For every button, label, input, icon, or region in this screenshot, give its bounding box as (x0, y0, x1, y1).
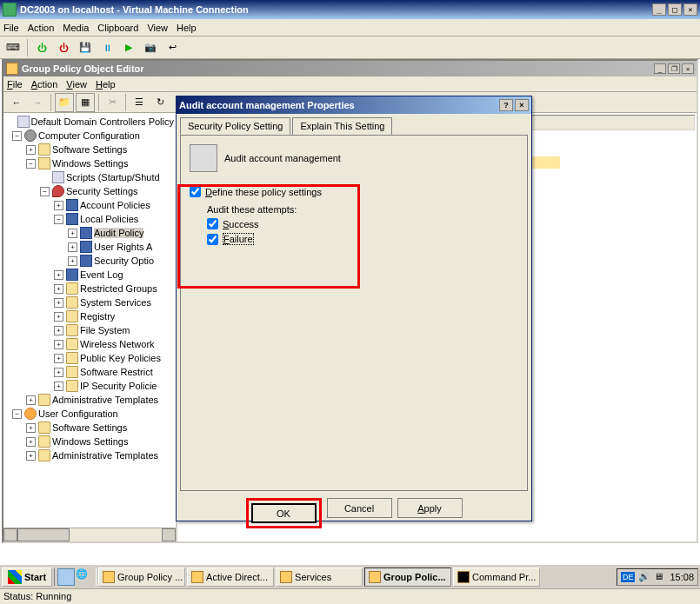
tree-pkp[interactable]: Public Key Policies (80, 353, 161, 363)
tree-cc[interactable]: Computer Configuration (38, 130, 140, 141)
expand-icon[interactable]: + (26, 451, 36, 461)
close-button[interactable]: × (683, 3, 697, 16)
tree-at[interactable]: Administrative Templates (52, 395, 158, 405)
forward-icon[interactable]: → (28, 93, 47, 112)
expand-icon[interactable]: + (54, 298, 63, 308)
up-icon[interactable]: 📁 (55, 93, 74, 112)
tree-ss2[interactable]: Software Settings (52, 422, 127, 433)
language-indicator[interactable]: DE (621, 572, 636, 582)
expand-icon[interactable]: + (54, 201, 63, 210)
snapshot-icon[interactable]: 📷 (141, 38, 160, 57)
power-icon[interactable]: ⏻ (32, 38, 51, 57)
tab-explain[interactable]: Explain This Setting (292, 117, 392, 135)
minimize-button[interactable]: _ (652, 3, 666, 16)
pause-icon[interactable]: ⏸ (97, 38, 117, 57)
expand-icon[interactable]: + (54, 284, 63, 294)
expand-icon[interactable]: + (54, 312, 63, 322)
tree-uc[interactable]: User Configuration (38, 408, 118, 419)
expand-icon[interactable]: + (68, 256, 77, 266)
tree-ss[interactable]: Software Settings (52, 144, 127, 155)
expand-icon[interactable]: + (68, 242, 77, 252)
tab-security-policy[interactable]: Security Policy Setting (180, 117, 290, 135)
expand-icon[interactable]: + (54, 340, 63, 349)
tree-ap[interactable]: Account Policies (80, 200, 150, 210)
clock[interactable]: 15:08 (670, 572, 694, 582)
expand-icon[interactable]: + (68, 229, 77, 238)
gpo-close[interactable]: × (682, 63, 694, 74)
tree-scrollbar[interactable] (3, 528, 176, 541)
expand-icon[interactable]: + (54, 326, 63, 335)
gpo-menu-action[interactable]: Action (31, 79, 58, 90)
expand-icon[interactable]: + (26, 395, 36, 405)
expand-icon[interactable]: + (54, 368, 63, 377)
start-button[interactable]: Start (2, 567, 52, 587)
properties-icon[interactable]: ☰ (130, 93, 149, 112)
ok-button[interactable]: OK (251, 503, 317, 523)
task-active-directory[interactable]: Active Direct... (187, 567, 274, 587)
expand-icon[interactable]: − (26, 159, 36, 169)
expand-icon[interactable]: + (54, 354, 63, 363)
expand-icon[interactable]: + (26, 145, 36, 155)
tree-ipsec[interactable]: IP Security Policie (80, 381, 157, 391)
tree-fs[interactable]: File System (80, 325, 130, 335)
menu-file[interactable]: File (3, 23, 19, 33)
cancel-button[interactable]: Cancel (327, 498, 392, 518)
ctrl-alt-del-icon[interactable]: ⌨ (3, 38, 23, 57)
expand-icon[interactable]: + (54, 270, 63, 280)
expand-icon[interactable]: + (26, 423, 36, 433)
gpo-minimize[interactable]: _ (654, 63, 666, 74)
gpo-maximize[interactable]: ❐ (668, 63, 680, 74)
apply-button[interactable]: Apply (397, 498, 463, 518)
expand-icon[interactable]: − (12, 131, 22, 141)
tree-rg[interactable]: Restricted Groups (80, 283, 157, 294)
revert-icon[interactable]: ↩ (163, 38, 182, 57)
menu-media[interactable]: Media (63, 23, 89, 33)
expand-icon[interactable]: + (26, 437, 36, 447)
gpo-menu-file[interactable]: File (7, 79, 23, 90)
help-button[interactable]: ? (499, 99, 513, 111)
menu-help[interactable]: Help (177, 23, 197, 33)
dialog-close-button[interactable]: × (515, 99, 529, 111)
task-command-prompt[interactable]: Command Pr... (453, 567, 540, 587)
menu-clipboard[interactable]: Clipboard (97, 23, 138, 33)
tree-sys[interactable]: System Services (80, 297, 151, 308)
tree-el[interactable]: Event Log (80, 269, 123, 280)
task-group-policy-1[interactable]: Group Policy ... (98, 567, 185, 587)
task-group-policy-2[interactable]: Group Polic... (364, 567, 451, 587)
play-icon[interactable]: ▶ (119, 38, 138, 57)
tree-ws2[interactable]: Windows Settings (52, 436, 128, 447)
tray-icon-2[interactable]: 🖥 (654, 571, 666, 583)
tree-at2[interactable]: Administrative Templates (52, 450, 158, 461)
gpo-menu-help[interactable]: Help (96, 79, 116, 90)
tree-reg[interactable]: Registry (80, 311, 115, 322)
tree-panel[interactable]: Default Domain Controllers Policy −Compu… (3, 113, 177, 541)
tree-lp[interactable]: Local Policies (80, 214, 138, 224)
shutdown-icon[interactable]: ⏻ (54, 38, 73, 57)
tree-audit[interactable]: Audit Policy (94, 228, 143, 238)
show-desktop-icon[interactable] (57, 568, 75, 586)
tree-ura[interactable]: User Rights A (94, 242, 152, 252)
ie-icon[interactable]: 🌐 (76, 568, 93, 586)
tree-ws[interactable]: Windows Settings (52, 158, 128, 169)
expand-icon[interactable]: − (54, 215, 63, 224)
tree-wn[interactable]: Wireless Network (80, 339, 155, 349)
back-icon[interactable]: ← (7, 93, 26, 112)
tree-sr[interactable]: Software Restrict (80, 367, 153, 377)
maximize-button[interactable]: □ (668, 3, 682, 16)
task-services[interactable]: Services (276, 567, 363, 587)
gpo-menu-view[interactable]: View (66, 79, 87, 90)
tray-icon-1[interactable]: 🔊 (638, 571, 650, 583)
tree-root[interactable]: Default Domain Controllers Policy (31, 116, 174, 127)
tree-sec[interactable]: Security Settings (66, 186, 138, 196)
save-icon[interactable]: 💾 (76, 38, 95, 57)
expand-icon[interactable]: + (54, 382, 63, 391)
menu-view[interactable]: View (147, 23, 168, 33)
refresh-icon[interactable]: ↻ (150, 93, 170, 112)
cut-icon[interactable]: ✂ (103, 93, 122, 112)
expand-icon[interactable]: − (40, 187, 50, 196)
menu-action[interactable]: Action (28, 23, 55, 33)
view-icon[interactable]: ▦ (76, 93, 95, 112)
tree-so[interactable]: Security Optio (94, 256, 154, 266)
expand-icon[interactable]: − (12, 409, 22, 419)
tree-scripts[interactable]: Scripts (Startup/Shutd (66, 172, 160, 183)
